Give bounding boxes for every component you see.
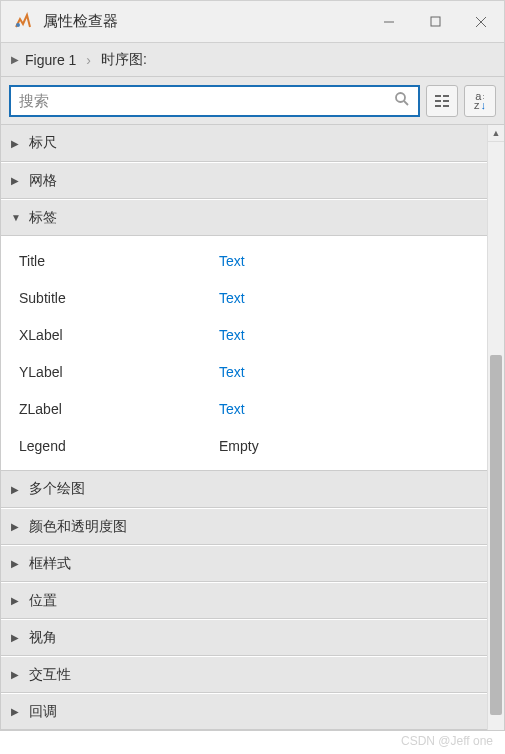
watermark: CSDN @Jeff one [401,734,493,748]
section-multiplots[interactable]: ▶ 多个绘图 [1,471,487,508]
chevron-right-icon: ▶ [11,175,21,186]
section-label: 标尺 [29,134,57,152]
section-label: 多个绘图 [29,480,85,498]
section-callbacks[interactable]: ▶ 回调 [1,693,487,730]
breadcrumb: ▶ Figure 1 › 时序图: [0,42,505,77]
svg-point-0 [16,23,20,27]
chevron-right-icon: ▶ [11,484,21,495]
chevron-right-icon: › [86,52,91,68]
property-name: ZLabel [19,401,219,417]
maximize-button[interactable] [412,1,458,43]
svg-rect-11 [435,105,441,107]
properties-panel: ▶ 标尺 ▶ 网格 ▼ 标签 Title Text Subtitle Text … [1,125,487,730]
section-boxstyle[interactable]: ▶ 框样式 [1,545,487,582]
search-input[interactable] [19,92,394,109]
search-box[interactable] [9,85,420,117]
property-name: Legend [19,438,219,454]
section-label: 框样式 [29,555,71,573]
property-value[interactable]: Text [219,253,245,269]
breadcrumb-item-stackedplot[interactable]: 时序图: [101,51,147,69]
property-value[interactable]: Text [219,327,245,343]
property-row-ylabel[interactable]: YLabel Text [1,353,487,390]
sort-az-button[interactable]: a: z↓ [464,85,496,117]
section-label: 视角 [29,629,57,647]
titlebar: 属性检查器 [0,0,505,42]
svg-rect-12 [443,105,449,107]
property-row-subtitle[interactable]: Subtitle Text [1,279,487,316]
section-position[interactable]: ▶ 位置 [1,582,487,619]
svg-rect-7 [435,95,441,97]
section-label: 标签 [29,209,57,227]
chevron-down-icon: ▼ [11,212,21,223]
property-name: YLabel [19,364,219,380]
breadcrumb-item-figure[interactable]: Figure 1 [25,52,76,68]
matlab-icon [13,12,33,32]
section-grid[interactable]: ▶ 网格 [1,162,487,199]
scroll-up-arrow-icon[interactable]: ▲ [488,125,504,142]
chevron-right-icon: ▶ [11,669,21,680]
toolbar: a: z↓ [0,77,505,125]
property-name: XLabel [19,327,219,343]
section-label: 回调 [29,703,57,721]
section-label: 位置 [29,592,57,610]
section-colormap[interactable]: ▶ 颜色和透明度图 [1,508,487,545]
section-view[interactable]: ▶ 视角 [1,619,487,656]
svg-line-6 [404,101,408,105]
search-icon[interactable] [394,91,410,111]
property-row-title[interactable]: Title Text [1,242,487,279]
svg-rect-9 [435,100,441,102]
property-value[interactable]: Text [219,364,245,380]
property-row-legend[interactable]: Legend Empty [1,427,487,464]
labels-properties: Title Text Subtitle Text XLabel Text YLa… [1,236,487,471]
svg-rect-8 [443,95,449,97]
svg-point-5 [396,93,405,102]
group-view-button[interactable] [426,85,458,117]
property-value[interactable]: Text [219,290,245,306]
chevron-right-icon: ▶ [11,558,21,569]
property-name: Subtitle [19,290,219,306]
section-interactivity[interactable]: ▶ 交互性 [1,656,487,693]
main-area: ▶ 标尺 ▶ 网格 ▼ 标签 Title Text Subtitle Text … [0,125,505,731]
svg-rect-10 [443,100,449,102]
property-row-zlabel[interactable]: ZLabel Text [1,390,487,427]
chevron-right-icon: ▶ [11,632,21,643]
property-value[interactable]: Text [219,401,245,417]
vertical-scrollbar[interactable]: ▲ [487,125,504,730]
section-ruler[interactable]: ▶ 标尺 [1,125,487,162]
close-button[interactable] [458,1,504,43]
minimize-button[interactable] [366,1,412,43]
scroll-thumb[interactable] [490,355,502,715]
chevron-right-icon: ▶ [11,595,21,606]
property-value[interactable]: Empty [219,438,259,454]
section-label: 网格 [29,172,57,190]
chevron-right-icon: ▶ [11,706,21,717]
section-label: 颜色和透明度图 [29,518,127,536]
property-row-xlabel[interactable]: XLabel Text [1,316,487,353]
chevron-right-icon: ▶ [11,138,21,149]
window-title: 属性检查器 [43,12,366,31]
svg-rect-2 [431,17,440,26]
chevron-right-icon[interactable]: ▶ [11,54,19,65]
section-labels[interactable]: ▼ 标签 [1,199,487,236]
section-label: 交互性 [29,666,71,684]
property-name: Title [19,253,219,269]
chevron-right-icon: ▶ [11,521,21,532]
